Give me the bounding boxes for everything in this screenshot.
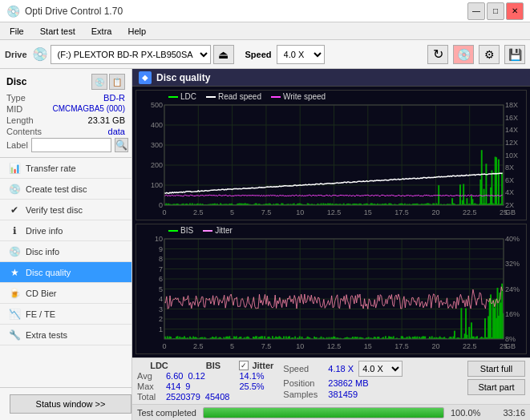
nav-fe-te[interactable]: 📉 FE / TE — [0, 304, 131, 325]
status-text: Test completed — [137, 408, 196, 418]
menu-extra[interactable]: Extra — [85, 25, 119, 38]
nav-extra-tests-label: Extra tests — [26, 330, 67, 340]
status-window-button[interactable]: Status window >> — [10, 394, 131, 414]
menu-start-test[interactable]: Start test — [34, 25, 82, 38]
nav-drive-info[interactable]: ℹ Drive info — [0, 220, 131, 241]
legend-write-speed: Write speed — [271, 92, 326, 101]
sidebar: Disc 💿 📋 Type BD-R MID CMCMAGBA5 (000) L… — [0, 69, 132, 420]
max-row: Max 414 9 — [137, 382, 229, 391]
disc-mid-key: MID — [6, 104, 22, 114]
disc-length-val: 23.31 GB — [88, 115, 125, 125]
toolbar: Drive 💿 (F:) PLEXTOR BD-R PX-LB950SA 1.0… — [0, 40, 530, 69]
start-full-button[interactable]: Start full — [467, 361, 525, 377]
nav-disc-info-label: Disc info — [26, 247, 59, 256]
settings-button[interactable]: ⚙ — [479, 45, 500, 64]
avg-row: Avg 6.60 0.12 — [137, 371, 229, 381]
bis-legend-label: BIS — [180, 226, 193, 235]
title-bar-controls: — □ ✕ — [467, 2, 524, 20]
jitter-legend-dot — [203, 230, 212, 232]
extra-tests-icon: 🔧 — [8, 329, 21, 341]
time-elapsed: 33:16 — [493, 408, 525, 418]
speed-select[interactable]: 4.0 X — [277, 45, 325, 64]
disc-info-icon: 💿 — [8, 245, 21, 258]
disc-label-input[interactable] — [31, 138, 111, 152]
transfer-rate-icon: 📊 — [8, 162, 21, 175]
jitter-max-row: 25.5% — [239, 382, 273, 391]
read-speed-legend-dot — [206, 96, 216, 98]
bis-legend-dot — [168, 230, 178, 232]
disc-quality-icon: ★ — [8, 266, 21, 279]
right-stats: Speed 4.18 X 4.0 X Position 23862 MB Sam… — [283, 361, 403, 399]
chart2-legend: BIS Jitter — [168, 226, 233, 235]
position-label: Position — [283, 378, 323, 388]
speed-stat-select[interactable]: 4.0 X — [358, 361, 403, 377]
charts-container: LDC Read speed Write speed — [132, 87, 530, 357]
disc-type-key: Type — [6, 93, 26, 103]
write-speed-legend-dot — [271, 96, 281, 98]
drive-select[interactable]: (F:) PLEXTOR BD-R PX-LB950SA 1.06 — [51, 45, 211, 64]
jitter-header-label: Jitter — [252, 361, 273, 370]
chart1-legend: LDC Read speed Write speed — [168, 92, 326, 101]
progress-track — [203, 407, 444, 418]
app-title: Opti Drive Control 1.70 — [25, 6, 123, 17]
fe-te-icon: 📉 — [8, 308, 21, 321]
drive-label: Drive — [5, 50, 27, 59]
disc-label-btn[interactable]: 🔍 — [115, 138, 128, 152]
disc-panel-icons: 💿 📋 — [91, 74, 125, 90]
speed-stat-label: Speed — [283, 364, 323, 374]
max-bis: 9 — [185, 382, 190, 391]
chart2-wrapper: BIS Jitter — [136, 224, 527, 354]
nav-disc-quality-label: Disc quality — [26, 268, 71, 277]
title-bar-left: 💿 Opti Drive Control 1.70 — [6, 5, 123, 18]
chart1-wrapper: LDC Read speed Write speed — [136, 90, 527, 220]
chart-panel-header: ◆ Disc quality — [132, 69, 530, 87]
disc-quality-button[interactable]: 💿 — [453, 45, 474, 64]
panel-title: Disc quality — [156, 72, 210, 83]
save-button[interactable]: 💾 — [504, 45, 525, 64]
disc-icon-1[interactable]: 💿 — [91, 74, 107, 90]
disc-length-row: Length 23.31 GB — [6, 115, 125, 125]
nav-drive-info-label: Drive info — [26, 226, 63, 236]
menu-help[interactable]: Help — [121, 25, 152, 38]
cd-bier-icon: 🍺 — [8, 287, 21, 300]
ldc-legend-label: LDC — [180, 92, 196, 101]
stats-bar: LDC BIS Avg 6.60 0.12 Max 414 9 Total 25… — [132, 357, 530, 404]
jitter-avg-row: 14.1% — [239, 371, 273, 381]
nav-disc-info[interactable]: 💿 Disc info — [0, 241, 131, 262]
disc-mid-row: MID CMCMAGBA5 (000) — [6, 104, 125, 114]
disc-panel-header: Disc 💿 📋 — [6, 74, 125, 90]
max-ldc: 414 — [166, 382, 180, 391]
ldc-bis-stats: LDC BIS Avg 6.60 0.12 Max 414 9 Total 25… — [137, 361, 229, 402]
samples-row: Samples 381459 — [283, 390, 403, 399]
maximize-button[interactable]: □ — [487, 2, 504, 20]
nav-verify-test-disc[interactable]: ✔ Verify test disc — [0, 200, 131, 220]
stats-headers: LDC BIS — [137, 361, 229, 370]
nav-transfer-rate[interactable]: 📊 Transfer rate — [0, 158, 131, 179]
ldc-legend-dot — [168, 96, 178, 98]
nav-cd-bier-label: CD Bier — [26, 289, 57, 298]
total-bis: 45408 — [205, 392, 230, 402]
close-button[interactable]: ✕ — [506, 2, 524, 20]
disc-label-row: Label 🔍 — [6, 138, 125, 152]
disc-icon-2[interactable]: 📋 — [109, 74, 125, 90]
eject-button[interactable]: ⏏ — [213, 45, 234, 64]
total-ldc: 2520379 — [166, 392, 200, 402]
jitter-section: ✓ Jitter 14.1% 25.5% — [239, 361, 273, 391]
nav-items: 📊 Transfer rate 💿 Create test disc ✔ Ver… — [0, 158, 131, 387]
content-area: ◆ Disc quality LDC Read speed — [132, 69, 530, 420]
ldc-header: LDC — [137, 361, 181, 370]
nav-extra-tests[interactable]: 🔧 Extra tests — [0, 325, 131, 345]
jitter-legend-label: Jitter — [215, 226, 233, 235]
minimize-button[interactable]: — — [467, 2, 485, 20]
nav-cd-bier[interactable]: 🍺 CD Bier — [0, 283, 131, 304]
max-label: Max — [137, 382, 161, 391]
refresh-button[interactable]: ↻ — [427, 45, 448, 64]
menu-file[interactable]: File — [3, 25, 30, 38]
nav-fe-te-label: FE / TE — [26, 309, 55, 319]
start-part-button[interactable]: Start part — [467, 379, 525, 395]
nav-disc-quality[interactable]: ★ Disc quality — [0, 262, 131, 283]
nav-create-test-disc[interactable]: 💿 Create test disc — [0, 179, 131, 200]
disc-type-row: Type BD-R — [6, 93, 125, 103]
create-test-disc-icon: 💿 — [8, 183, 21, 196]
jitter-checkbox[interactable]: ✓ — [239, 361, 249, 370]
